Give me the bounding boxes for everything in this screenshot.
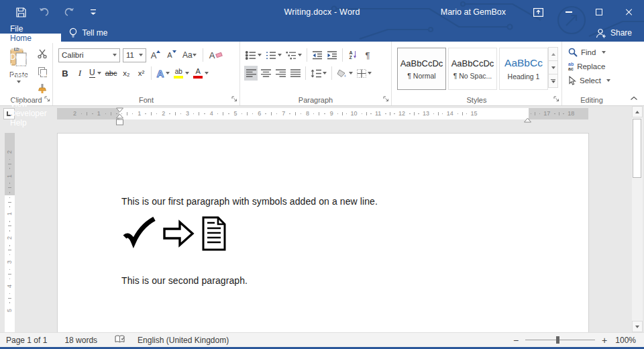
scroll-up-icon[interactable] xyxy=(632,106,643,117)
underline-button[interactable]: U xyxy=(88,66,103,81)
justify-button[interactable] xyxy=(288,66,302,81)
close-button[interactable] xyxy=(614,1,644,23)
align-center-icon xyxy=(261,69,271,77)
find-button[interactable]: Find xyxy=(568,48,610,57)
replace-button[interactable]: abac Replace xyxy=(568,62,610,71)
scroll-down-icon[interactable] xyxy=(632,321,643,332)
subscript-button[interactable]: x₂ xyxy=(119,66,133,81)
shrink-font-button[interactable]: A xyxy=(165,48,178,62)
font-color-button[interactable]: A xyxy=(192,66,210,81)
superscript-button[interactable]: x² xyxy=(134,66,148,81)
paragraph-dialog-launcher-icon[interactable] xyxy=(383,95,389,103)
shading-button[interactable] xyxy=(335,66,354,81)
ribbon: Paste Clipboard Calibri 11 xyxy=(0,42,644,106)
sort-button[interactable]: AZ xyxy=(346,48,360,62)
ribbon-tab[interactable]: Layout xyxy=(0,62,61,71)
styles-scroll-up-icon[interactable] xyxy=(548,47,558,61)
ribbon-tab[interactable]: Review xyxy=(0,90,61,99)
document-page[interactable]: This is our first paragraph with symbols… xyxy=(57,133,589,332)
lightbulb-icon xyxy=(69,28,77,38)
ribbon-tab[interactable]: File xyxy=(0,24,61,34)
multilevel-list-button[interactable] xyxy=(284,48,303,62)
paragraph-1[interactable]: This is our first paragraph with symbols… xyxy=(121,196,378,207)
proofing-icon[interactable] xyxy=(115,335,125,346)
paragraph-2[interactable]: This is our second paragraph. xyxy=(121,275,248,286)
ribbon-tab[interactable]: Design xyxy=(0,52,61,62)
ribbon-tab[interactable]: View xyxy=(0,99,61,109)
select-button[interactable]: Select xyxy=(568,76,610,85)
titlebar-controls: Mario at GemBox xyxy=(441,1,644,23)
ribbon-display-options-icon[interactable] xyxy=(523,1,553,23)
ribbon-tab[interactable]: Home xyxy=(0,34,61,43)
highlight-color-button[interactable]: ab xyxy=(172,66,191,81)
style-card[interactable]: AaBbCc Heading 1 xyxy=(499,48,548,90)
borders-button[interactable] xyxy=(356,66,373,81)
title-bar: Writing.docx - Word Mario at GemBox xyxy=(0,0,644,24)
symbols-row[interactable] xyxy=(121,213,227,254)
align-left-button[interactable] xyxy=(244,66,258,81)
word-count[interactable]: 18 words xyxy=(64,336,97,345)
zoom-in-button[interactable]: + xyxy=(599,336,610,345)
zoom-out-button[interactable]: − xyxy=(511,336,521,345)
cursor-arrow-icon xyxy=(568,76,576,85)
font-name-combo[interactable]: Calibri xyxy=(58,48,120,62)
right-indent-marker[interactable] xyxy=(523,113,532,126)
vertical-ruler[interactable]: 21 12345 xyxy=(5,133,15,332)
scrollbar-thumb[interactable] xyxy=(633,119,641,178)
styles-more-icon[interactable] xyxy=(548,74,558,88)
page-count[interactable]: Page 1 of 1 xyxy=(6,336,47,345)
ribbon-tab[interactable]: References xyxy=(0,71,61,81)
share-button[interactable]: Share xyxy=(584,24,644,42)
grow-font-button[interactable]: A xyxy=(149,48,162,62)
minimize-button[interactable] xyxy=(553,1,584,23)
ribbon-tab[interactable]: Developer xyxy=(0,109,61,118)
language-indicator[interactable]: English (United Kingdom) xyxy=(138,336,229,345)
header: Writing.docx - Word Mario at GemBox File… xyxy=(0,0,644,42)
text-effects-button[interactable]: A xyxy=(155,66,171,81)
zoom-percentage[interactable]: 100% xyxy=(615,336,636,345)
check-mark-symbol xyxy=(121,217,156,250)
decrease-indent-button[interactable] xyxy=(311,48,324,62)
align-right-button[interactable] xyxy=(274,66,287,81)
collapse-ribbon-icon[interactable] xyxy=(630,94,638,102)
save-icon[interactable] xyxy=(13,4,28,20)
maximize-button[interactable] xyxy=(584,1,614,23)
customize-qat-icon[interactable] xyxy=(86,4,101,20)
font-dialog-launcher-icon[interactable] xyxy=(231,95,237,103)
change-case-button[interactable]: Aa xyxy=(181,48,198,62)
line-spacing-button[interactable] xyxy=(309,66,328,81)
status-bar: Page 1 of 1 18 words English (United Kin… xyxy=(0,332,644,347)
document-page-symbol xyxy=(201,216,227,251)
style-card[interactable]: AaBbCcDc ¶ No Spac... xyxy=(448,48,497,90)
font-group-label: Font xyxy=(53,96,239,104)
tell-me-box[interactable]: Tell me xyxy=(61,24,115,42)
show-formatting-marks-button[interactable]: ¶ xyxy=(361,48,374,62)
zoom-slider-thumb[interactable] xyxy=(556,336,559,344)
font-size-combo[interactable]: 11 xyxy=(123,48,146,62)
clear-formatting-button[interactable]: A xyxy=(208,48,224,62)
ribbon-tab[interactable]: Help xyxy=(0,118,61,128)
styles-dialog-launcher-icon[interactable] xyxy=(553,95,559,103)
bullets-button[interactable] xyxy=(244,48,263,62)
ribbon-tab[interactable]: Mailings xyxy=(0,81,61,90)
italic-button[interactable]: I xyxy=(73,66,87,81)
ribbon-tabs: FileHomeInsertDesignLayoutReferencesMail… xyxy=(0,24,644,42)
redo-icon[interactable] xyxy=(62,4,76,20)
undo-icon[interactable] xyxy=(38,4,52,20)
decrease-indent-icon xyxy=(312,51,323,60)
numbering-button[interactable] xyxy=(264,48,283,62)
multilevel-list-icon xyxy=(286,51,297,60)
account-name[interactable]: Mario at GemBox xyxy=(441,7,506,17)
zoom-slider[interactable] xyxy=(525,336,595,344)
align-center-button[interactable] xyxy=(259,66,272,81)
editing-group: Find abac Replace Select Editing xyxy=(562,42,621,105)
ribbon-tab[interactable]: Insert xyxy=(0,43,61,52)
vertical-scrollbar[interactable] xyxy=(632,106,643,332)
horizontal-ruler[interactable]: 21 123456789101112131415 1718 xyxy=(57,108,588,119)
styles-scroll-down-icon[interactable] xyxy=(548,60,558,74)
increase-indent-button[interactable] xyxy=(325,48,339,62)
strikethrough-button[interactable]: abc xyxy=(104,66,119,81)
indent-markers[interactable] xyxy=(115,107,124,128)
style-card[interactable]: AaBbCcDc ¶ Normal xyxy=(397,48,446,90)
style-name: ¶ Normal xyxy=(407,72,435,80)
